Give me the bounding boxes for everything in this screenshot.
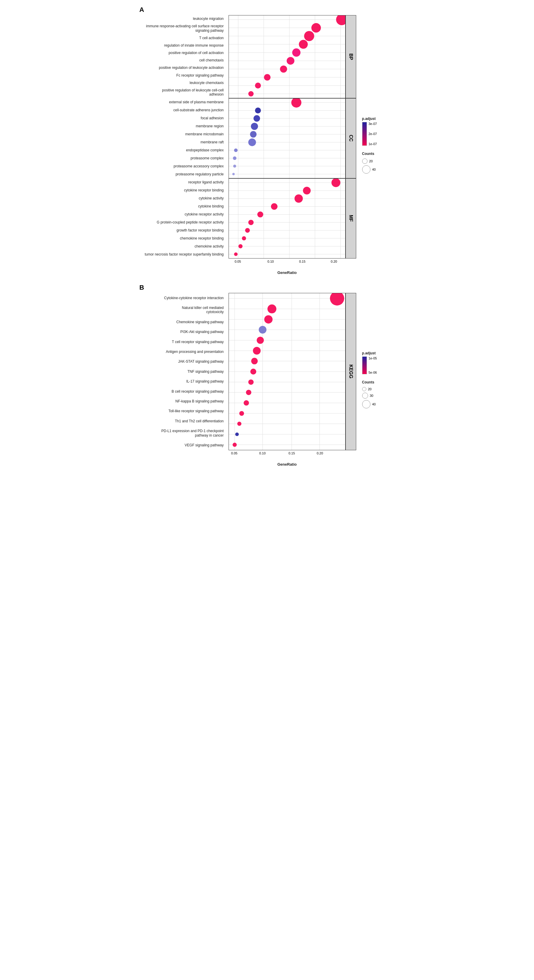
kegg-term-7: JAK-STAT signaling pathway — [178, 360, 223, 364]
kegg-term-5: T cell receptor signaling pathway — [172, 340, 224, 344]
svg-point-99 — [253, 347, 261, 355]
svg-point-106 — [237, 422, 241, 426]
svg-point-100 — [251, 358, 258, 364]
mf-dots — [229, 179, 345, 258]
x-tick-0: 0.05 — [234, 260, 241, 263]
kegg-counts-legend-title: Counts — [362, 380, 374, 384]
mf-term-8: chemokine receptor binding — [180, 236, 223, 240]
kegg-counts-20: 20 — [362, 387, 371, 391]
mf-plot-row: MF — [229, 178, 356, 258]
mf-term-3: cytokine activity — [199, 196, 223, 200]
mf-section-label: MF — [346, 178, 356, 258]
panel-a-legend: p.adjust 3e-07 2e-07 1e-07 Counts — [359, 15, 395, 275]
svg-point-22 — [264, 74, 270, 81]
svg-point-103 — [246, 390, 251, 395]
svg-point-21 — [280, 65, 287, 73]
mf-term-4: cytokine binding — [198, 204, 223, 208]
svg-point-17 — [304, 31, 314, 41]
panel-b-x-title: GeneRatio — [277, 462, 296, 466]
panel-b-xaxis: 0.05 0.10 0.15 0.20 — [229, 452, 356, 460]
svg-point-47 — [233, 156, 236, 160]
panel-b-xlabel: GeneRatio — [229, 461, 356, 466]
svg-point-101 — [250, 369, 256, 375]
bp-term-7: positive regulation of leukocyte activat… — [159, 65, 223, 70]
svg-point-45 — [248, 138, 256, 146]
svg-point-107 — [235, 433, 239, 436]
kegg-counts-val-40: 40 — [372, 402, 376, 406]
kegg-plot-row: KEGG — [229, 293, 356, 450]
x-tick-2: 0.15 — [299, 260, 305, 263]
panel-b-legend: p.adjust 1e-05 5e-06 Counts — [359, 293, 395, 466]
cc-term-6: membrane raft — [200, 140, 223, 144]
svg-point-44 — [250, 131, 257, 138]
svg-point-97 — [258, 326, 266, 334]
counts-item-40: 40 — [362, 165, 376, 173]
kegg-counts-40: 40 — [362, 400, 376, 408]
bp-term-5: positive regulation of cell activation — [169, 51, 223, 55]
mf-term-9: chemokine activity — [194, 244, 223, 248]
svg-point-108 — [233, 443, 237, 447]
bp-dots — [229, 16, 345, 98]
cc-term-1: external side of plasma membrane — [169, 100, 223, 104]
cc-term-9: proteasome accessory complex — [174, 164, 224, 168]
svg-point-67 — [295, 194, 303, 203]
kegg-term-12: Toll-like receptor signaling pathway — [168, 409, 223, 413]
panel-a-x-title: GeneRatio — [277, 270, 296, 275]
svg-point-95 — [268, 304, 276, 313]
mf-term-5: cytokine receptor activity — [185, 212, 223, 216]
kegg-term-13: Th1 and Th2 cell differentiation — [175, 419, 223, 423]
x-tick-3: 0.20 — [331, 260, 337, 263]
cc-term-3: focal adhesion — [201, 116, 223, 120]
cc-y-labels: external side of plasma membrane cell-su… — [140, 98, 226, 178]
cc-term-5: membrane microdomain — [185, 132, 223, 136]
cc-plot-row: CC — [229, 98, 356, 178]
svg-point-66 — [303, 187, 311, 194]
bp-term-3: T cell activation — [199, 36, 223, 40]
padjust-val-1: 3e-07 — [369, 122, 377, 126]
bp-section-label: BP — [346, 15, 356, 98]
svg-point-46 — [234, 148, 238, 152]
cc-term-7: endopeptidase complex — [186, 148, 224, 152]
padjust-legend-title: p.adjust — [362, 117, 395, 121]
bp-plot-row: BP — [229, 15, 356, 98]
panel-a-label: A — [140, 6, 395, 14]
kegg-term-3: Chemokine signaling pathway — [176, 320, 223, 324]
bp-term-9: leukocyte chemotaxis — [190, 81, 224, 85]
svg-point-65 — [331, 179, 340, 187]
counts-val-40: 40 — [372, 168, 376, 171]
svg-point-41 — [255, 107, 261, 113]
kegg-counts-30: 30 — [362, 393, 373, 399]
kegg-term-15: VEGF signaling pathway — [185, 443, 223, 447]
panel-b-label: B — [140, 284, 395, 291]
cc-term-8: proteasome complex — [191, 156, 223, 160]
bp-term-6: cell chemotaxis — [199, 58, 223, 62]
kegg-x-tick-1: 0.10 — [259, 452, 265, 455]
svg-point-105 — [239, 411, 244, 416]
svg-point-40 — [291, 99, 301, 107]
svg-point-104 — [243, 400, 249, 406]
x-tick-1: 0.10 — [268, 260, 274, 263]
svg-point-19 — [292, 48, 300, 57]
svg-point-15 — [336, 16, 345, 25]
svg-point-70 — [248, 220, 253, 225]
bp-term-2: immune response-activating cell surface … — [146, 24, 223, 33]
svg-point-23 — [255, 83, 261, 88]
kegg-term-10: B cell receptor signaling pathway — [172, 390, 223, 393]
kegg-padjust-legend-title: p.adjust — [362, 351, 395, 355]
padjust-legend: p.adjust 3e-07 2e-07 1e-07 — [362, 117, 395, 146]
cc-term-2: cell-substrate adherens junction — [173, 108, 223, 112]
mf-term-7: growth factor receptor binding — [177, 228, 224, 232]
bp-term-10: positive regulation of leukocyte cell-ce… — [162, 88, 223, 97]
kegg-plot — [229, 293, 346, 450]
counts-val-20: 20 — [369, 159, 373, 163]
panel-a-xlabel: GeneRatio — [229, 269, 356, 275]
cc-term-4: membrane region — [196, 124, 223, 128]
svg-point-71 — [245, 228, 250, 233]
kegg-term-14: PD-L1 expression and PD-1 checkpointpath… — [161, 429, 223, 438]
counts-legend: Counts 20 40 — [362, 152, 395, 173]
svg-point-73 — [238, 244, 242, 248]
mf-term-10: tumor necrosis factor receptor superfami… — [145, 252, 223, 256]
svg-point-69 — [257, 212, 263, 218]
svg-point-16 — [311, 23, 321, 33]
kegg-padjust-legend: p.adjust 1e-05 5e-06 — [362, 351, 395, 374]
